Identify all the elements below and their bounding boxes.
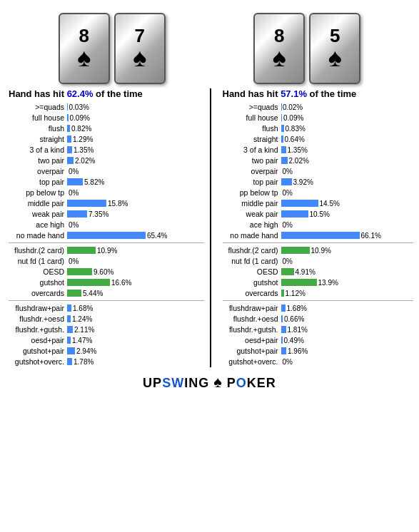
stat-value: 3.92% [293, 178, 313, 186]
stat-value: 0.03% [69, 103, 89, 111]
left-card-1: 8 ♠ [59, 13, 110, 84]
stat-value: 16.6% [111, 279, 131, 287]
stat-bar-area: 1.29% [67, 135, 204, 143]
right-stats: >=quads0.02%full house0.09%flush0.83%str… [223, 102, 414, 240]
stat-bar-area: 2.11% [67, 326, 204, 334]
stat-bar-area: 0% [67, 257, 204, 265]
stat-bar [281, 178, 292, 185]
logo-text: UPSWING ♠ POKER [143, 376, 276, 390]
stat-bar-area: 5.44% [67, 290, 204, 297]
stat-bar-area: 0% [67, 168, 204, 175]
stat-value: 1.47% [72, 337, 92, 344]
stat-row: top pair3.92% [223, 177, 414, 187]
right-card-1-suit: ♠ [273, 45, 286, 71]
stat-label: flushdr.+oesd [223, 314, 281, 323]
right-stats2: flushdr.(2 card)10.9%nut fd (1 card)0%OE… [223, 245, 414, 298]
stat-row: nut fd (1 card)0% [223, 256, 414, 266]
stat-bar-area: 0% [281, 358, 414, 366]
stat-label: no made hand [9, 231, 67, 240]
stat-row: gutshot+pair2.94% [9, 346, 204, 356]
stat-bar [281, 279, 317, 286]
stat-bar-area: 0.09% [281, 114, 414, 122]
stat-row: flushdr.+oesd1.24% [9, 314, 204, 324]
stat-value: 0% [283, 358, 293, 366]
stat-value: 10.9% [311, 247, 331, 255]
stat-bar-area: 2.02% [67, 157, 204, 165]
stat-label: flush [223, 124, 281, 133]
right-card-1: 8 ♠ [253, 13, 305, 84]
stat-bar-area: 0% [67, 221, 204, 229]
stat-value: 4.91% [296, 268, 315, 276]
left-card-2: 7 ♠ [114, 13, 166, 84]
stat-row: pp below tp0% [223, 188, 414, 198]
left-sep1 [9, 242, 204, 243]
stat-value: 2.02% [289, 157, 309, 165]
stat-row: OESD9.60% [9, 267, 204, 277]
stat-row: full house0.09% [9, 113, 204, 123]
stat-bar-area: 4.91% [281, 268, 414, 276]
stat-label: OESD [9, 267, 67, 276]
stat-bar-area: 13.9% [281, 279, 414, 287]
stat-value: 0.09% [70, 114, 90, 122]
stat-bar-area: 1.35% [281, 146, 414, 154]
stat-label: straight [223, 135, 281, 143]
stat-value: 1.68% [73, 305, 93, 312]
stat-label: flushdraw+pair [223, 304, 281, 312]
stat-value: 5.44% [83, 290, 103, 297]
stat-bar [67, 290, 81, 297]
right-stats3: flushdraw+pair1.68%flushdr.+oesd0.66%flu… [223, 303, 414, 367]
stat-bar-area: 0.49% [281, 337, 414, 344]
stat-label: pp below tp [9, 188, 67, 197]
stat-row: middle pair14.5% [223, 198, 414, 208]
stat-value: 1.35% [74, 146, 94, 154]
stat-row: flushdraw+pair1.68% [9, 303, 204, 313]
stat-row: ace high0% [9, 220, 204, 230]
stat-label: flushdraw+pair [9, 304, 67, 312]
stat-label: overpair [9, 167, 67, 175]
stat-row: flushdr.(2 card)10.9% [223, 245, 414, 255]
stat-bar-area: 14.5% [281, 200, 414, 208]
stat-bar-area: 65.4% [67, 232, 204, 240]
stat-value: 0% [283, 221, 293, 229]
stat-bar-area: 2.02% [281, 157, 414, 165]
stat-row: middle pair15.8% [9, 198, 204, 208]
stat-value: 0.64% [285, 135, 305, 143]
stat-bar [67, 279, 110, 286]
stat-bar [67, 337, 71, 344]
stat-row: OESD4.91% [223, 267, 414, 277]
stat-bar-area: 1.35% [67, 146, 204, 154]
stat-value: 0.83% [286, 125, 306, 133]
stat-row: oesd+pair0.49% [223, 335, 414, 345]
stat-value: 1.68% [287, 305, 307, 312]
stat-row: two pair2.02% [9, 155, 204, 165]
stat-bar-area: 0.03% [67, 103, 204, 111]
stat-value: 0.49% [284, 337, 304, 344]
stat-bar-area: 1.81% [281, 326, 414, 334]
stat-bar [281, 157, 288, 164]
stat-label: pp below tp [223, 188, 281, 197]
logo-symbol: ♠ [213, 373, 223, 391]
stat-bar-area: 16.6% [67, 279, 204, 287]
stat-bar-area: 5.82% [67, 178, 204, 186]
stat-bar [281, 114, 283, 121]
stat-value: 9.60% [94, 268, 113, 276]
left-sep2 [9, 300, 204, 301]
stat-row: ace high0% [223, 220, 414, 230]
stat-value: 1.78% [74, 358, 94, 366]
stat-bar-area: 1.12% [281, 290, 414, 297]
stat-bar [281, 247, 310, 254]
stat-label: gutshot+overc. [9, 357, 67, 366]
stat-label: no made hand [223, 231, 281, 240]
stat-bar [67, 146, 72, 153]
stat-value: 0% [69, 189, 79, 197]
stat-bar [67, 268, 92, 275]
stat-value: 15.8% [108, 200, 128, 208]
stat-bar-area: 0.83% [281, 125, 414, 133]
stat-bar [67, 326, 73, 333]
stat-label: nut fd (1 card) [9, 257, 67, 265]
stat-bar [67, 178, 83, 185]
stat-row: full house0.09% [223, 113, 414, 123]
stat-bar-area: 0% [67, 189, 204, 197]
stat-bar-area: 0.82% [67, 125, 204, 133]
stat-row: top pair5.82% [9, 177, 204, 187]
